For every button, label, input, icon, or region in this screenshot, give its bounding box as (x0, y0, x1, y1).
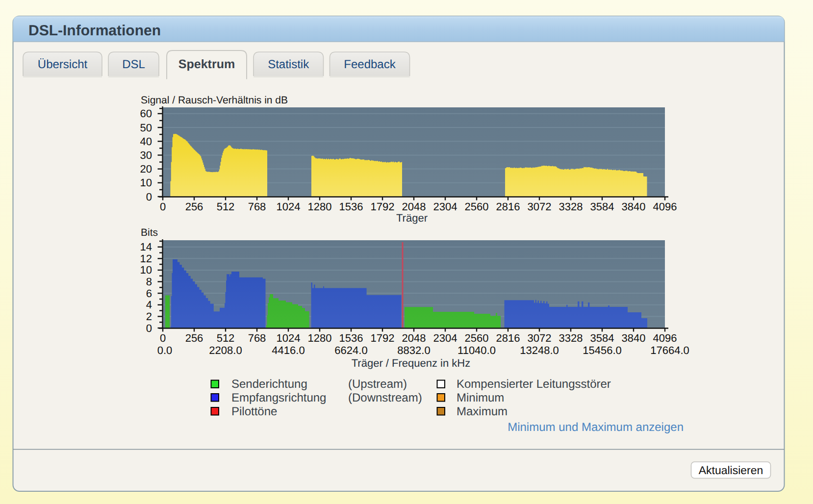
svg-text:3328: 3328 (559, 332, 583, 344)
svg-text:Pilottöne: Pilottöne (231, 405, 277, 418)
svg-text:4096: 4096 (653, 201, 677, 213)
svg-text:Übersicht: Übersicht (38, 58, 88, 71)
svg-text:2560: 2560 (465, 201, 489, 213)
svg-text:Maximum: Maximum (457, 405, 508, 418)
svg-text:Feedback: Feedback (344, 58, 396, 71)
svg-text:1792: 1792 (371, 332, 395, 344)
svg-text:2208.0: 2208.0 (209, 344, 242, 356)
svg-text:768: 768 (248, 201, 266, 213)
svg-text:13248.0: 13248.0 (520, 344, 559, 356)
svg-text:17664.0: 17664.0 (650, 344, 689, 356)
svg-text:1536: 1536 (339, 201, 363, 213)
svg-text:12: 12 (140, 252, 152, 265)
svg-text:40: 40 (140, 135, 152, 148)
svg-text:4096: 4096 (653, 332, 677, 344)
svg-text:2048: 2048 (402, 332, 426, 344)
svg-text:2816: 2816 (496, 201, 520, 213)
svg-text:4416.0: 4416.0 (272, 344, 305, 356)
svg-text:2304: 2304 (433, 332, 457, 344)
svg-text:0: 0 (160, 332, 166, 344)
svg-text:Träger: Träger (396, 212, 428, 224)
svg-text:Bits: Bits (141, 227, 158, 238)
svg-text:Minimum: Minimum (457, 391, 504, 404)
svg-text:10: 10 (140, 264, 152, 276)
svg-text:15456.0: 15456.0 (583, 344, 622, 356)
svg-text:6: 6 (146, 287, 152, 300)
svg-text:8832.0: 8832.0 (397, 344, 430, 356)
svg-text:Träger / Frequenz in kHz: Träger / Frequenz in kHz (352, 357, 471, 369)
svg-text:3584: 3584 (590, 201, 614, 213)
svg-text:14: 14 (140, 241, 152, 253)
svg-text:10: 10 (140, 176, 152, 189)
svg-text:2560: 2560 (465, 332, 489, 344)
svg-text:20: 20 (140, 163, 152, 175)
svg-text:3840: 3840 (622, 201, 646, 213)
svg-text:DSL-Informationen: DSL-Informationen (28, 23, 161, 39)
svg-text:0.0: 0.0 (157, 344, 173, 356)
svg-text:60: 60 (140, 107, 152, 120)
svg-text:512: 512 (217, 332, 235, 344)
svg-text:(Downstream): (Downstream) (348, 391, 422, 404)
svg-text:1280: 1280 (308, 201, 332, 213)
svg-text:11040.0: 11040.0 (457, 344, 496, 356)
svg-text:Senderichtung: Senderichtung (231, 378, 307, 391)
svg-text:3072: 3072 (528, 332, 552, 344)
svg-text:4: 4 (146, 299, 152, 311)
svg-text:Signal / Rausch-Verhältnis in: Signal / Rausch-Verhältnis in dB (141, 95, 288, 106)
svg-text:512: 512 (217, 201, 235, 213)
svg-text:Empfangsrichtung: Empfangsrichtung (231, 391, 326, 404)
svg-text:3072: 3072 (528, 201, 552, 213)
svg-text:(Upstream): (Upstream) (348, 378, 407, 391)
svg-text:2048: 2048 (402, 201, 426, 213)
svg-text:1536: 1536 (339, 332, 363, 344)
svg-text:768: 768 (248, 332, 266, 344)
svg-text:1024: 1024 (277, 201, 301, 213)
svg-text:3840: 3840 (622, 332, 646, 344)
svg-text:2: 2 (146, 310, 152, 323)
svg-text:1792: 1792 (371, 201, 395, 213)
svg-text:2304: 2304 (433, 201, 457, 213)
svg-text:256: 256 (185, 332, 203, 344)
svg-text:0: 0 (146, 191, 152, 203)
svg-text:2816: 2816 (496, 332, 520, 344)
svg-text:30: 30 (140, 149, 152, 161)
svg-text:3584: 3584 (590, 332, 614, 344)
svg-text:1024: 1024 (277, 332, 301, 344)
svg-text:0: 0 (146, 322, 152, 334)
svg-text:0: 0 (160, 201, 166, 213)
svg-text:Spektrum: Spektrum (178, 57, 235, 71)
svg-text:1280: 1280 (308, 332, 332, 344)
svg-text:256: 256 (185, 201, 203, 213)
svg-text:6624.0: 6624.0 (334, 344, 367, 356)
svg-text:Kompensierter Leitungsstörer: Kompensierter Leitungsstörer (457, 378, 611, 391)
svg-text:DSL: DSL (122, 58, 145, 71)
svg-text:Statistik: Statistik (268, 58, 309, 71)
svg-text:Aktualisieren: Aktualisieren (699, 464, 763, 477)
svg-text:8: 8 (146, 276, 152, 288)
svg-text:Minimum und Maximum anzeigen: Minimum und Maximum anzeigen (508, 421, 684, 434)
svg-text:3328: 3328 (559, 201, 583, 213)
svg-text:50: 50 (140, 122, 152, 134)
